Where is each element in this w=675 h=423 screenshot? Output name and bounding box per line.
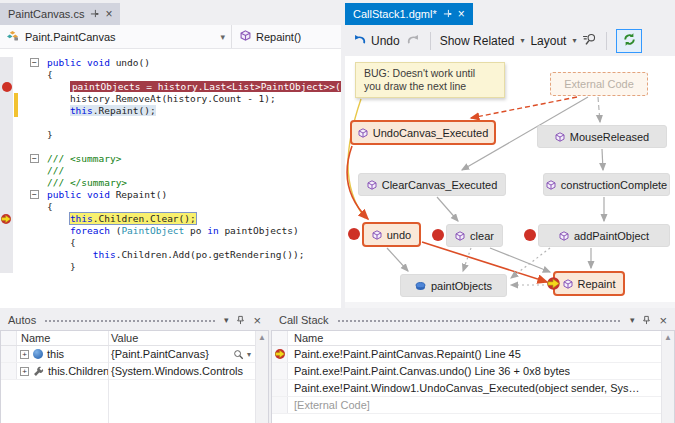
scroll-up-icon[interactable]: ▲	[664, 333, 672, 342]
close-icon[interactable]: ×	[458, 9, 465, 19]
breakpoint-margin[interactable]	[0, 165, 13, 177]
pin-icon[interactable]	[642, 315, 651, 325]
outlining-margin[interactable]	[19, 237, 47, 249]
outlining-margin[interactable]	[19, 129, 47, 141]
breakpoint-margin[interactable]	[0, 69, 13, 81]
diagram-node-paintObjects[interactable]: paintObjects	[400, 274, 507, 297]
callstack-row[interactable]: [External Code]	[272, 397, 674, 414]
outlining-margin[interactable]	[19, 213, 47, 225]
breakpoint-margin[interactable]	[0, 249, 13, 261]
close-icon[interactable]: ×	[105, 9, 112, 19]
breakpoint-margin[interactable]	[0, 177, 13, 189]
pin-icon[interactable]	[236, 315, 245, 325]
outlining-margin[interactable]	[19, 165, 47, 177]
breakpoint-margin[interactable]	[0, 141, 13, 153]
code-editor[interactable]: −public void undo(){ paintObjects = hist…	[0, 49, 341, 308]
breakpoint-margin[interactable]	[0, 237, 13, 249]
show-related-dropdown[interactable]: Show Related ▾	[440, 34, 525, 48]
diagram-node-clear[interactable]: clear	[446, 224, 503, 247]
autos-titlebar[interactable]: Autos ▾ ×	[0, 310, 269, 330]
diagram-node-undo[interactable]: undo	[362, 222, 421, 247]
scroll-up-icon[interactable]: ▲	[258, 333, 266, 342]
tab-paintcanvas[interactable]: PaintCanvas.cs ×	[0, 3, 120, 25]
drag-grip[interactable]	[337, 319, 622, 324]
autos-value-cell[interactable]: {System.Windows.Controls	[108, 363, 255, 379]
outlining-margin[interactable]	[19, 69, 47, 81]
diagram-node-ClearCanvas_Executed[interactable]: ClearCanvas_Executed	[358, 173, 506, 196]
expand-icon[interactable]: +	[20, 367, 29, 376]
quick-find-button[interactable]	[582, 32, 597, 50]
member-dropdown[interactable]: Repaint()	[232, 25, 301, 48]
close-icon[interactable]: ×	[659, 313, 667, 328]
outlining-margin[interactable]	[19, 261, 47, 273]
callstack-scrollbar[interactable]: ▲	[661, 331, 674, 423]
sync-toggle-button[interactable]	[616, 29, 642, 53]
fold-collapse-icon[interactable]: −	[30, 154, 39, 163]
breakpoint-margin[interactable]	[0, 93, 13, 105]
fold-collapse-icon[interactable]: −	[30, 190, 39, 199]
outlining-margin[interactable]	[19, 141, 47, 153]
outlining-margin[interactable]: −	[19, 189, 47, 201]
column-divider[interactable]	[108, 331, 109, 345]
breakpoint-icon[interactable]	[524, 229, 536, 241]
breakpoint-margin[interactable]	[0, 57, 13, 69]
diagram-node-UndoCanvas_Executed[interactable]: UndoCanvas_Executed	[350, 120, 496, 145]
callstack-row[interactable]: Paint.exe!Paint.Window1.UndoCanvas_Execu…	[272, 380, 674, 397]
pin-icon[interactable]	[90, 8, 99, 20]
outlining-margin[interactable]	[19, 93, 47, 105]
outlining-margin[interactable]	[19, 105, 47, 117]
callstack-row[interactable]: Paint.exe!Paint.Paint.Canvas.undo() Line…	[272, 363, 674, 380]
diagram-node-Repaint[interactable]: Repaint	[553, 271, 625, 296]
outlining-margin[interactable]	[19, 117, 47, 129]
type-dropdown[interactable]: Paint.PaintCanvas ▾	[0, 25, 232, 48]
drag-grip[interactable]	[44, 319, 216, 324]
autos-row[interactable]: +this.Children{System.Windows.Controls	[1, 363, 268, 380]
magnifier-icon[interactable]	[233, 349, 244, 360]
diagram-node-addPaintObject[interactable]: addPaintObject	[538, 224, 670, 247]
expand-icon[interactable]: +	[20, 350, 29, 359]
outlining-margin[interactable]	[19, 249, 47, 261]
callstack-row[interactable]: Paint.exe!Paint.PaintCanvas.Repaint() Li…	[272, 346, 674, 363]
value-column-header[interactable]: Value	[111, 332, 138, 344]
autos-scrollbar[interactable]: ▲	[255, 331, 268, 423]
diagram-node-MouseReleased[interactable]: MouseReleased	[537, 125, 667, 148]
undo-button[interactable]: Undo	[352, 33, 400, 49]
breakpoint-margin[interactable]	[0, 153, 13, 165]
breakpoint-margin[interactable]	[0, 129, 13, 141]
diagram-node-constructionComplete[interactable]: constructionComplete	[543, 173, 670, 196]
outlining-margin[interactable]	[19, 81, 47, 93]
close-icon[interactable]: ×	[253, 313, 261, 328]
breakpoint-icon[interactable]	[2, 82, 12, 92]
breakpoint-margin[interactable]	[0, 201, 13, 213]
breakpoint-icon[interactable]	[432, 229, 444, 241]
autos-row[interactable]: +this{Paint.PaintCanvas}▾	[1, 346, 268, 363]
name-column-header[interactable]: Name	[294, 332, 323, 344]
value-inspect-control[interactable]: ▾	[233, 349, 255, 360]
pin-icon[interactable]	[443, 8, 452, 20]
layout-dropdown[interactable]: Layout ▾	[530, 34, 576, 48]
window-menu-chevron-icon[interactable]: ▾	[224, 315, 229, 325]
outlining-margin[interactable]: −	[19, 57, 47, 69]
breakpoint-margin[interactable]	[0, 189, 13, 201]
window-menu-chevron-icon[interactable]: ▾	[630, 315, 635, 325]
breakpoint-margin[interactable]	[0, 81, 13, 93]
callstack-titlebar[interactable]: Call Stack ▾ ×	[271, 310, 675, 330]
autos-value-cell[interactable]: {Paint.PaintCanvas}▾	[108, 346, 255, 362]
breakpoint-margin[interactable]	[0, 117, 13, 129]
outlining-margin[interactable]: −	[19, 153, 47, 165]
breakpoint-margin[interactable]	[0, 261, 13, 273]
outlining-margin[interactable]	[19, 177, 47, 189]
redo-button[interactable]	[406, 33, 421, 49]
breakpoint-margin[interactable]	[0, 105, 13, 117]
outlining-margin[interactable]	[19, 225, 47, 237]
diagram-canvas[interactable]: BUG: Doesn't work until you draw the nex…	[345, 56, 675, 308]
breakpoint-icon[interactable]	[348, 228, 360, 240]
diagram-node-ExternalCode[interactable]: External Code	[550, 72, 648, 96]
tab-callstack-dgml[interactable]: CallStack1.dgml* ×	[345, 3, 473, 25]
outlining-margin[interactable]	[19, 201, 47, 213]
fold-collapse-icon[interactable]: −	[30, 58, 39, 67]
breakpoint-margin[interactable]	[0, 213, 13, 225]
bug-comment-note[interactable]: BUG: Doesn't work until you draw the nex…	[355, 62, 505, 98]
breakpoint-margin[interactable]	[0, 225, 13, 237]
name-column-header[interactable]: Name	[21, 332, 50, 344]
